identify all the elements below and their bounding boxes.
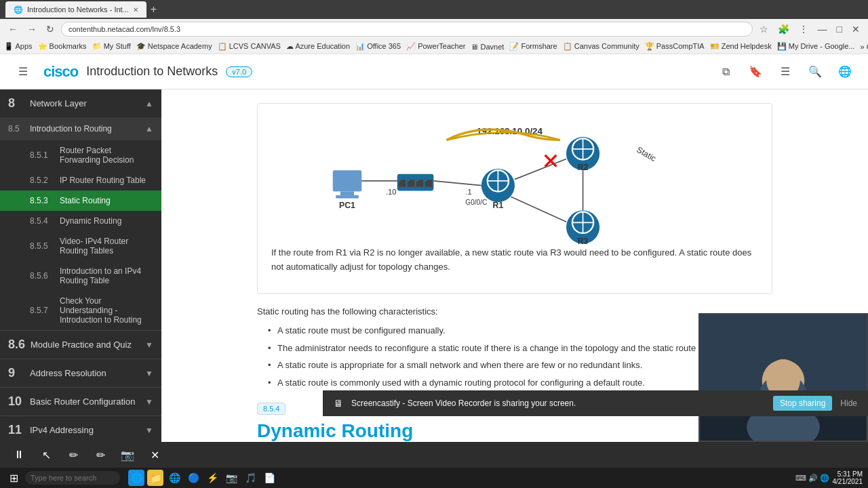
module-9-header[interactable]: 9 Address Resolution ▼ [0, 359, 161, 387]
module-10: 10 Basic Router Configuration ▼ [0, 388, 161, 416]
browser-chrome: 🌐 Introduction to Networks - Int... ✕ + [0, 0, 868, 19]
ip-1: .1 [465, 188, 471, 196]
windows-taskbar: ⊞ 🌐 📁 🌐 🔵 ⚡ 📷 🎵 📄 ⌨ 🔊 🌐 5:31 PM 4/21/202… [0, 468, 868, 488]
bookmark-header-btn[interactable]: 🔖 [743, 60, 768, 84]
pc1-base [336, 195, 359, 198]
module-8: 8 Network Layer ▲ 8.5 Introduction to Ro… [0, 89, 161, 331]
taskbar-extra3[interactable]: 📷 [223, 470, 239, 486]
app-header: ☰ cisco Introduction to Networks v7.0 ⧉ … [0, 54, 868, 89]
taskbar-extra5[interactable]: 📄 [261, 470, 277, 486]
systray-icons: ⌨ 🔊 🌐 [795, 474, 829, 483]
address-input[interactable] [61, 22, 753, 37]
line-r1-r2 [515, 159, 566, 179]
item-8-5-5-num: 8.5.5 [30, 241, 54, 251]
notification-bar: 🖥 Screencastify - Screen Video Recorder … [323, 390, 868, 416]
marker-tool-btn[interactable]: ✏ [90, 444, 111, 466]
play-pause-btn[interactable]: ⏸ [8, 444, 30, 466]
browser-menu-btn[interactable]: ⋮ [796, 22, 811, 36]
sidebar-item-8-5-2[interactable]: 8.5.2 IP Router Routing Table [0, 170, 161, 190]
bookmark-office[interactable]: 📊 Office 365 [355, 42, 401, 51]
search-header-btn[interactable]: 🔍 [803, 60, 827, 84]
taskbar-extra4[interactable]: 🎵 [242, 470, 258, 486]
taskbar-search-input[interactable] [25, 471, 120, 485]
camera-icon: 📷 [121, 449, 134, 462]
bookmark-bookmarks[interactable]: ⭐ Bookmarks [38, 42, 87, 51]
sidebar-item-8-5-1[interactable]: 8.5.1 Router Packet Forwarding Decision [0, 140, 161, 170]
bookmark-apps[interactable]: 📱 Apps [4, 42, 33, 51]
hide-notification-btn[interactable]: Hide [840, 399, 857, 408]
taskbar-folder[interactable]: 📁 [147, 470, 163, 486]
bullet-1: A static route must be configured manual… [268, 324, 772, 338]
static-label: Static [635, 145, 658, 163]
bookmark-drive[interactable]: 💾 My Drive - Google... [777, 42, 855, 51]
globe-header-btn[interactable]: 🌐 [833, 60, 857, 84]
module-8-header[interactable]: 8 Network Layer ▲ [0, 89, 161, 117]
sidebar-item-8-5-3[interactable]: 8.5.3 Static Routing [0, 190, 161, 211]
module-11-header[interactable]: 11 IPv4 Addressing ▼ [0, 416, 161, 442]
taskbar-time: 5:31 PM 4/21/2021 [833, 470, 863, 485]
forward-btn[interactable]: → [24, 22, 39, 36]
taskbar-extra[interactable]: 🔵 [185, 470, 201, 486]
close-tool-btn[interactable]: ✕ [144, 444, 165, 466]
r1-label: R1 [493, 201, 504, 210]
windows-btn[interactable]: ⧉ [713, 60, 738, 84]
minimize-btn[interactable]: — [815, 22, 830, 36]
sidebar-item-8-5-5[interactable]: 8.5.5 Video- IPv4 Router Routing Tables [0, 231, 161, 261]
module-8-arrow: ▲ [145, 99, 153, 108]
maximize-btn[interactable]: □ [834, 22, 845, 36]
video-feed [700, 314, 867, 441]
line-r1-r3 [511, 197, 566, 222]
module-8-6: 8.6 Module Practice and Quiz ▼ [0, 331, 161, 359]
taskbar-edge[interactable]: 🌐 [128, 470, 144, 486]
bookmark-star-btn[interactable]: ☆ [757, 22, 771, 36]
bookmark-canvas[interactable]: 📋 LCVS CANVAS [218, 42, 281, 51]
pen-tool-btn[interactable]: ✏ [62, 444, 84, 466]
section-badge: 8.5.4 [257, 403, 285, 415]
version-badge: v7.0 [226, 66, 252, 77]
bookmark-forms[interactable]: 📝 Formshare [509, 42, 557, 51]
stop-sharing-btn[interactable]: Stop sharing [773, 396, 832, 411]
bookmark-zend[interactable]: 🎫 Zend Helpdesk [710, 42, 772, 51]
module-8-6-header[interactable]: 8.6 Module Practice and Quiz ▼ [0, 331, 161, 359]
item-8-5-2-num: 8.5.2 [30, 176, 54, 185]
module-9-name: Address Resolution [30, 368, 140, 378]
bookmark-canvas2[interactable]: 📋 Canvas Community [563, 42, 639, 51]
sidebar-section-8-5[interactable]: 8.5 Introduction to Routing ▲ [0, 117, 161, 140]
bookmark-power[interactable]: 📈 PowerTeacher [406, 42, 465, 51]
item-8-5-1-label: Router Packet Forwarding Decision [60, 146, 153, 165]
tab-close-btn[interactable]: ✕ [133, 6, 138, 14]
refresh-btn[interactable]: ↻ [43, 22, 57, 36]
back-btn[interactable]: ← [5, 22, 20, 36]
bookmark-davnet[interactable]: 🖥 Davnet [471, 43, 504, 51]
play-pause-icon: ⏸ [14, 449, 24, 461]
extensions-btn[interactable]: 🧩 [775, 22, 792, 36]
bookmark-azure[interactable]: ☁ Azure Education [286, 42, 350, 51]
new-tab-btn[interactable]: + [151, 3, 157, 16]
module-10-arrow: ▼ [145, 397, 153, 407]
sidebar-item-8-5-4[interactable]: 8.5.4 Dynamic Routing [0, 211, 161, 231]
module-11-num: 11 [8, 423, 24, 437]
sidebar-item-8-5-6[interactable]: 8.5.6 Introduction to an IPv4 Routing Ta… [0, 261, 161, 291]
sidebar-item-8-5-7[interactable]: 8.5.7 Check Your Understanding - Introdu… [0, 291, 161, 330]
content-area: 192.168.10.0/24 [161, 89, 868, 442]
module-11: 11 IPv4 Addressing ▼ [0, 416, 161, 442]
taskbar-extra2[interactable]: ⚡ [204, 470, 220, 486]
item-8-5-6-label: Introduction to an IPv4 Routing Table [60, 266, 153, 285]
camera-tool-btn[interactable]: 📷 [117, 444, 138, 466]
module-11-arrow: ▼ [145, 426, 153, 435]
cursor-tool-btn[interactable]: ↖ [35, 444, 57, 466]
r3-label: R3 [578, 237, 589, 246]
close-window-btn[interactable]: ✕ [849, 22, 863, 36]
bookmark-other[interactable]: » Other bookmarks [861, 43, 868, 51]
taskbar-chrome[interactable]: 🌐 [166, 470, 182, 486]
browser-tab[interactable]: 🌐 Introduction to Networks - Int... ✕ [5, 1, 146, 18]
module-10-header[interactable]: 10 Basic Router Configuration ▼ [0, 388, 161, 415]
bookmark-comptia[interactable]: 🏆 PassCompTIA [645, 42, 705, 51]
bookmark-mystuff[interactable]: 📁 My Stuff [92, 42, 131, 51]
hamburger-menu-btn[interactable]: ☰ [11, 60, 35, 84]
section-8-5-label: Introduction to Routing [30, 124, 140, 134]
bookmark-netspace[interactable]: 🎓 Netspace Academy [136, 42, 212, 51]
start-btn[interactable]: ⊞ [5, 470, 22, 486]
bullet-2: The administrator needs to reconfigure a… [268, 342, 772, 355]
menu-header-btn[interactable]: ☰ [773, 60, 797, 84]
